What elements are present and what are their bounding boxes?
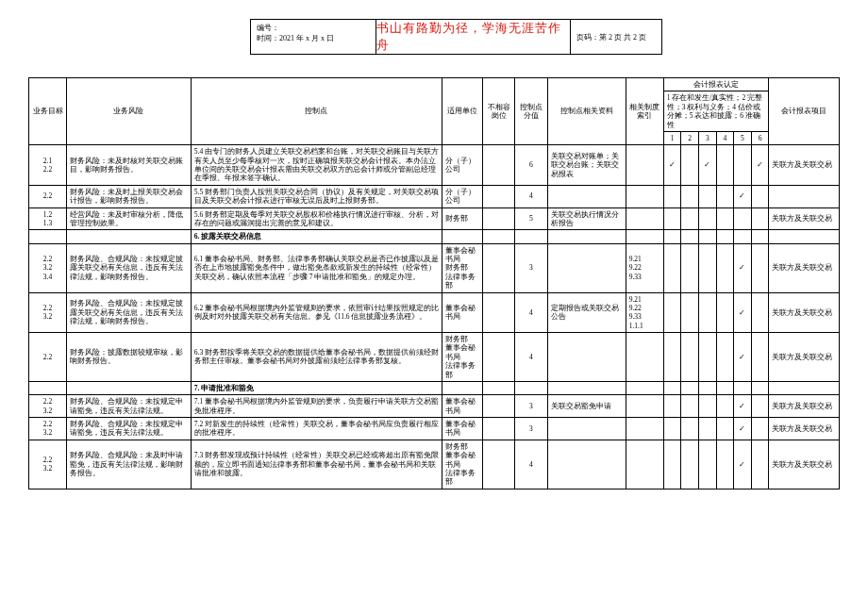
cell-position	[482, 333, 514, 382]
cell-objective: 2.23.2	[29, 440, 67, 489]
empty-cell	[626, 381, 663, 394]
cell-check-5: ✓	[734, 395, 752, 418]
cell-check-4	[716, 440, 734, 489]
cell-risk: 财务风险、合规风险：未按规定披露关联交易有关信息，违反有关法律法规，影响财务报告…	[67, 292, 192, 333]
cell-material: 关联交易执行情况分析报告	[547, 207, 626, 230]
cell-risk: 财务风险、合规风险：未按规定申请豁免，违反有关法律法规。	[67, 418, 192, 440]
cell-index	[626, 418, 663, 440]
cell-check-1	[663, 292, 681, 333]
section-heading: 6. 披露关联交易信息	[191, 230, 442, 243]
cell-check-4	[716, 418, 734, 440]
th-assert-note: 1 存在和发生/真实性；2 完整性；3 权利与义务；4 估价或分摊；5 表达和披…	[663, 91, 769, 132]
th-position: 不相容岗位	[482, 78, 514, 145]
cell-objective: 2.2	[29, 185, 67, 207]
section-heading: 7. 申请批准和豁免	[191, 381, 442, 394]
cell-item: 关联方及关联交易	[769, 333, 840, 382]
cell-check-4	[716, 243, 734, 292]
th-assert-group: 会计报表认定	[663, 78, 769, 91]
cell-check-5: ✓	[734, 185, 752, 207]
cell-check-1	[663, 418, 681, 440]
cell-control: 6.2 董事会秘书局根据境内外监管规则的要求，依照审计结果按照规定的比例及时对外…	[191, 292, 442, 333]
cell-index	[626, 333, 663, 382]
cell-control: 5.6 财务部定期及每季对关联交易股权和价格执行情况进行审核、分析，对存在的问题…	[191, 207, 442, 230]
empty-cell	[751, 381, 769, 394]
cell-position	[482, 207, 514, 230]
cell-index: 9.219.229.33	[626, 243, 663, 292]
doc-date: 时间：2021 年 x 月 x 日	[257, 33, 370, 43]
empty-cell	[442, 230, 483, 243]
empty-cell	[515, 381, 547, 394]
empty-cell	[716, 230, 734, 243]
cell-check-6	[751, 395, 769, 418]
cell-check-6	[751, 243, 769, 292]
cell-score: 3	[515, 395, 547, 418]
cell-risk: 财务风险、合规风险：未按规定申请豁免，违反有关法律法规。	[67, 395, 192, 418]
cell-item: 关联方及关联交易	[769, 207, 840, 230]
cell-check-3	[698, 395, 716, 418]
cell-check-3	[698, 207, 716, 230]
empty-cell	[67, 381, 192, 394]
cell-material	[547, 185, 626, 207]
empty-cell	[734, 230, 752, 243]
empty-cell	[442, 381, 483, 394]
cell-item: 关联方及关联交易	[769, 292, 840, 333]
cell-position	[482, 185, 514, 207]
empty-cell	[482, 230, 514, 243]
cell-check-5: ✓	[734, 440, 752, 489]
cell-index	[626, 440, 663, 489]
empty-cell	[29, 230, 67, 243]
cell-check-5	[734, 145, 752, 186]
cell-score: 3	[515, 418, 547, 440]
cell-check-1	[663, 440, 681, 489]
th-chk-4: 4	[716, 131, 734, 144]
th-chk-5: 5	[734, 131, 752, 144]
cell-check-3	[698, 333, 716, 382]
cell-objective: 2.23.2	[29, 418, 67, 440]
header-meta: 编号： 时间：2021 年 x 月 x 日	[251, 20, 376, 54]
cell-item: 关联方及关联交易	[769, 243, 840, 292]
cell-check-6	[751, 185, 769, 207]
cell-check-4	[716, 395, 734, 418]
cell-score: 4	[515, 185, 547, 207]
cell-check-5: ✓	[734, 333, 752, 382]
empty-cell	[769, 230, 840, 243]
cell-score: 4	[515, 440, 547, 489]
cell-check-2	[681, 185, 699, 207]
cell-objective: 2.23.2	[29, 292, 67, 333]
cell-check-5: ✓	[734, 418, 752, 440]
empty-cell	[663, 381, 681, 394]
cell-check-4	[716, 185, 734, 207]
cell-check-3	[698, 243, 716, 292]
cell-check-3	[698, 292, 716, 333]
cell-item: 关联方及关联交易	[769, 145, 840, 186]
th-material: 控制点相关资料	[547, 78, 626, 145]
th-item: 会计报表项目	[769, 78, 840, 145]
cell-check-4	[716, 292, 734, 333]
cell-position	[482, 292, 514, 333]
th-chk-3: 3	[698, 131, 716, 144]
cell-position	[482, 440, 514, 489]
empty-cell	[681, 230, 699, 243]
cell-risk: 财务风险、合规风险：未及时申请豁免，违反有关法律法规，影响财务报告。	[67, 440, 192, 489]
empty-cell	[482, 381, 514, 394]
cell-item: 关联方及关联交易	[769, 418, 840, 440]
cell-position	[482, 243, 514, 292]
cell-control: 6.3 财务部按季将关联交易的数据提供给董事会秘书局，数据提供前须经财务部主任审…	[191, 333, 442, 382]
cell-check-4	[716, 333, 734, 382]
th-control: 控制点	[191, 78, 442, 145]
cell-score: 4	[515, 333, 547, 382]
th-chk-6: 6	[751, 131, 769, 144]
cell-check-2	[681, 145, 699, 186]
cell-index	[626, 207, 663, 230]
empty-cell	[547, 230, 626, 243]
cell-unit: 董事会秘书局财务部法律事务部	[442, 243, 483, 292]
th-objective: 业务目标	[29, 78, 67, 145]
cell-score: 6	[515, 145, 547, 186]
cell-check-5: ✓	[734, 243, 752, 292]
cell-index	[626, 145, 663, 186]
cell-material: 关联交易对账单；关联交易台账；关联交易报表	[547, 145, 626, 186]
cell-item: 关联方及关联交易	[769, 395, 840, 418]
cell-objective: 2.2	[29, 333, 67, 382]
cell-item	[769, 185, 840, 207]
cell-check-3	[698, 440, 716, 489]
